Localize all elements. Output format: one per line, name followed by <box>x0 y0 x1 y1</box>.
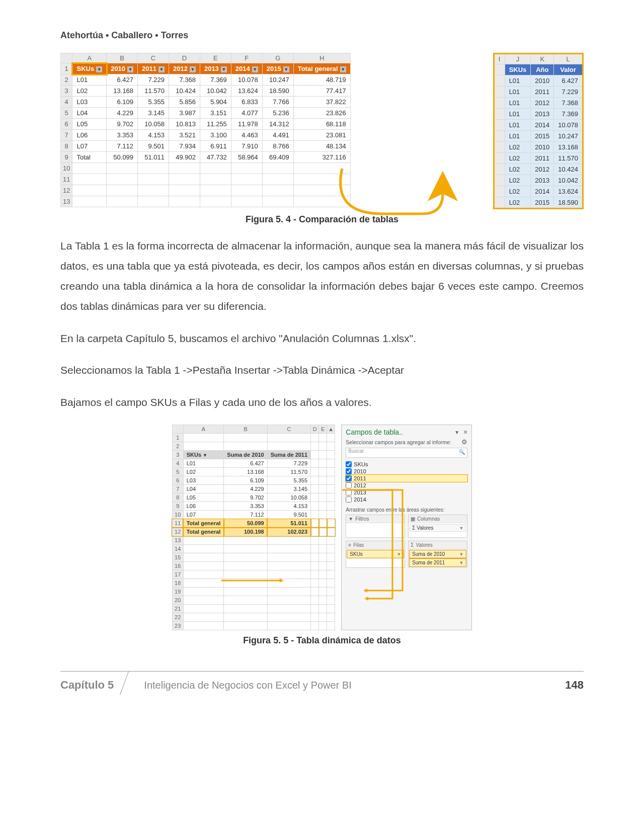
figure-5-4: A B C D E F G H 1 SKUs▼ <box>60 53 584 225</box>
filter-dropdown-icon[interactable]: ▼ <box>127 66 133 72</box>
field-checkbox[interactable] <box>346 475 352 481</box>
pivot-field-2012[interactable]: 2012 <box>346 482 467 489</box>
body-paragraph-4: Bajamos el campo SKUs a Filas y cada uno… <box>60 392 584 412</box>
table-row: 3L0213.16811.57010.42410.04213.62418.590… <box>61 86 351 97</box>
body-paragraph-3: Seleccionamos la Tabla 1 ->Pestaña Inser… <box>60 360 584 380</box>
fig55-pivot-table: A B C D E ▲ 1 2 3SKUs ▼Suma de 2010Suma … <box>172 425 336 630</box>
table-row: 8L077.1129.5017.9346.9117.9108.76648.134 <box>61 141 351 152</box>
search-icon: 🔍 <box>459 449 465 455</box>
table-row: 4L016.4277.229 <box>172 459 335 468</box>
field-label: 2010 <box>354 468 366 474</box>
table-row: L02201210.424 <box>494 164 583 175</box>
close-icon[interactable]: × <box>463 428 467 436</box>
field-label: SKUs <box>354 461 368 467</box>
field-label: 2013 <box>354 489 366 495</box>
area-rows-item[interactable]: SKUs▼ <box>347 550 404 558</box>
sigma-icon: Σ <box>411 542 414 548</box>
filter-dropdown-icon[interactable]: ▼ <box>252 66 258 72</box>
table-row: 9L063.3534.153 <box>172 502 335 511</box>
table-row: L01201410.078 <box>494 120 583 131</box>
field-checkbox[interactable] <box>346 468 352 474</box>
figure-5-5: A B C D E ▲ 1 2 3SKUs ▼Suma de 2010Suma … <box>60 425 584 646</box>
table-row: L02201310.042 <box>494 175 583 186</box>
total-row: 12Total general100.198102.023 <box>172 528 335 536</box>
table-row: L02201518.590 <box>494 197 583 209</box>
pane-subtitle: Seleccionar campos para agregar al infor… <box>346 439 451 445</box>
filter-dropdown-icon[interactable]: ▼ <box>283 66 289 72</box>
search-input[interactable]: Buscar 🔍 <box>346 448 467 458</box>
area-values[interactable]: ΣValores Suma de 2010▼ Suma de 2011▼ <box>408 541 467 568</box>
table-row: 7L063.3534.1533.5213.1004.4634.49123.081 <box>61 130 351 141</box>
table-row: L0120137.369 <box>494 109 583 120</box>
filter-dropdown-icon[interactable]: ▼ <box>221 66 227 72</box>
page-footer: Capítulo 5 Inteligencia de Negocios con … <box>60 671 584 692</box>
field-label: 2012 <box>354 482 366 488</box>
table-row: L0120117.229 <box>494 87 583 98</box>
figure-5-5-caption: Figura 5. 5 - Tabla dinámica de datos <box>60 635 584 646</box>
column-header-row: A B C D E F G H <box>61 53 351 63</box>
pivot-field-2010[interactable]: 2010 <box>346 468 467 475</box>
field-checkbox[interactable] <box>346 489 352 495</box>
table-row: L01201510.247 <box>494 131 583 142</box>
pivot-field-skus[interactable]: SKUs <box>346 461 467 468</box>
figure-5-4-caption: Figura 5. 4 - Comparación de tablas <box>60 214 584 225</box>
filter-icon: ▼ <box>348 516 353 522</box>
pivot-table-fields-pane: Campos de tabla.. ▼ × Seleccionar campos… <box>341 425 472 630</box>
table-row: 10L077.1129.501 <box>172 511 335 519</box>
table-row: L0120127.368 <box>494 98 583 109</box>
pivot-field-2014[interactable]: 2014 <box>346 496 467 503</box>
pane-title: Campos de tabla.. <box>346 428 403 436</box>
area-filters[interactable]: ▼Filtros <box>346 515 405 538</box>
page-number: 148 <box>565 679 584 692</box>
dropdown-icon[interactable]: ▼ <box>454 430 459 435</box>
table-row: 8L059.70210.058 <box>172 493 335 502</box>
field-label: 2011 <box>354 475 366 481</box>
table-row: L0120106.427 <box>494 75 583 87</box>
filter-dropdown-icon[interactable]: ▼ <box>96 66 102 72</box>
area-values-item[interactable]: Suma de 2010▼ <box>410 550 466 558</box>
filter-dropdown-icon[interactable]: ▼ <box>340 66 346 72</box>
area-columns[interactable]: ▦Columnas Σ Valores▼ <box>408 515 467 538</box>
filter-dropdown-icon[interactable]: ▼ <box>158 66 165 72</box>
table-row: 7L044.2293.145 <box>172 485 335 493</box>
table-row: 5L0213.16811.570 <box>172 468 335 476</box>
table-row: 6L036.1095.355 <box>172 476 335 485</box>
rows-icon: ≡ <box>348 542 351 548</box>
table-row: L02201111.570 <box>494 153 583 164</box>
fig54-tall-table: I J K L SKUs Año Valor L0120106.427 L012… <box>493 53 584 209</box>
table-row: 6L059.70210.05810.81311.25511.97814.3126… <box>61 119 351 130</box>
table-row: 2L016.4277.2297.3687.36910.07810.24748.7… <box>61 74 351 86</box>
pivot-field-2011[interactable]: 2011 <box>346 475 467 482</box>
field-label: 2014 <box>354 496 366 503</box>
book-title: Inteligencia de Negocios con Excel y Pow… <box>129 680 565 691</box>
chapter-label: Capítulo 5 <box>60 679 129 692</box>
body-paragraph-2: En la carpeta Capítulo 5, buscamos el ar… <box>60 328 584 349</box>
table-row: L02201413.624 <box>494 186 583 197</box>
table-row: 5L044.2293.1453.9873.1514.0775.23623.826 <box>61 108 351 119</box>
body-paragraph-1: La Tabla 1 es la forma incorrecta de alm… <box>60 236 584 316</box>
filter-dropdown-icon[interactable]: ▼ <box>190 66 196 72</box>
area-values-item[interactable]: Suma de 2011▼ <box>410 559 466 566</box>
field-checkbox[interactable] <box>346 482 352 488</box>
authors-line: Atehortúa • Caballero • Torres <box>60 30 584 41</box>
total-row: 11Total general50.09951.011 <box>172 519 335 528</box>
area-rows[interactable]: ≡Filas SKUs▼ <box>346 541 405 568</box>
table-row: 9Total50.09951.01149.90247.73258.96469.4… <box>61 152 351 163</box>
areas-instruction: Arrastrar campos entre las áreas siguien… <box>346 507 467 513</box>
table-row: L02201013.168 <box>494 142 583 153</box>
pivot-header-skus[interactable]: SKUs▼ <box>72 63 107 74</box>
columns-icon: ▦ <box>411 516 415 522</box>
pivot-field-2013[interactable]: 2013 <box>346 489 467 496</box>
gear-icon[interactable]: ⚙ <box>461 438 467 446</box>
fig54-pivot-table: A B C D E F G H 1 SKUs▼ <box>60 53 351 207</box>
pivot-field-list: SKUs20102011201220132014 <box>346 461 467 503</box>
field-checkbox[interactable] <box>346 496 352 503</box>
field-checkbox[interactable] <box>346 461 352 467</box>
area-columns-item[interactable]: Σ Valores▼ <box>410 524 466 532</box>
table-row: 4L036.1095.3555.8565.9046.8337.76637.822 <box>61 97 351 108</box>
